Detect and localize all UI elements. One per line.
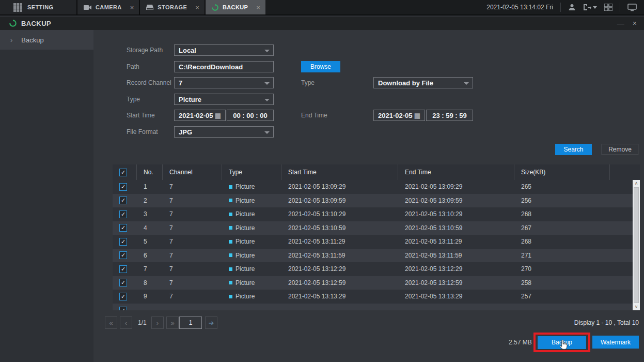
chevron-down-icon (593, 6, 597, 9)
prev-page-button[interactable]: ‹ (120, 316, 132, 329)
tab-camera-label: CAMERA (96, 4, 122, 10)
record-channel-select[interactable]: 7 (174, 77, 274, 88)
path-input[interactable] (179, 63, 269, 71)
divider (620, 3, 620, 12)
table-row[interactable]: ✓ 7 7 Picture 2021-02-05 13:12:29 2021-0… (113, 262, 640, 276)
end-time-label: End Time (301, 110, 327, 121)
minimize-icon[interactable]: — (617, 20, 624, 27)
vertical-scrollbar[interactable]: ∧ ∨ (633, 180, 640, 310)
cell-channel: 7 (163, 293, 222, 300)
results-table: ✓ No. Channel Type Start Time End Time S… (113, 164, 640, 310)
monitor-icon[interactable] (627, 4, 637, 11)
picture-type-icon (229, 185, 232, 189)
cell-size: 267 (514, 224, 610, 232)
header-channel[interactable]: Channel (163, 164, 222, 180)
end-date-picker[interactable]: 2021-02-05 ▦ (373, 110, 425, 121)
tab-storage[interactable]: STORAGE × (139, 0, 205, 14)
close-icon[interactable]: × (633, 20, 637, 27)
table-row[interactable]: ✓ 3 7 Picture 2021-02-05 13:10:29 2021-0… (113, 207, 640, 221)
page-number-input[interactable] (179, 316, 202, 329)
logout-icon[interactable] (583, 4, 597, 11)
row-checkbox[interactable]: ✓ (119, 265, 127, 273)
cell-size: 270 (514, 265, 610, 273)
close-tab-icon[interactable]: × (195, 4, 199, 11)
last-page-button[interactable]: » (166, 316, 179, 329)
table-row[interactable]: ✓ 6 7 Picture 2021-02-05 13:11:59 2021-0… (113, 249, 640, 263)
start-time-picker[interactable]: 00 : 00 : 00 (227, 110, 274, 121)
select-all-checkbox[interactable]: ✓ (119, 169, 127, 176)
header-end-time[interactable]: End Time (398, 164, 514, 180)
first-page-button[interactable]: « (105, 316, 117, 329)
cell-type: Picture (222, 183, 281, 190)
cell-start-time: 2021-02-05 13:12:59 (281, 279, 398, 286)
chevron-down-icon (464, 82, 469, 85)
end-date-value: 2021-02-05 (378, 112, 413, 119)
chevron-down-icon (264, 131, 270, 134)
browse-button[interactable]: Browse (301, 61, 340, 72)
chevron-down-icon (264, 82, 270, 85)
row-checkbox[interactable]: ✓ (119, 279, 127, 286)
file-format-select[interactable]: JPG (174, 126, 274, 138)
close-tab-icon[interactable]: × (130, 4, 134, 11)
window-titlebar: BACKUP — × (0, 17, 644, 30)
cell-no: 5 (137, 238, 163, 245)
row-checkbox[interactable]: ✓ (119, 224, 127, 232)
calendar-icon: ▦ (215, 112, 221, 119)
table-row[interactable]: ✓ 5 7 Picture 2021-02-05 13:11:29 2021-0… (113, 235, 640, 249)
backup-button[interactable]: Backup (538, 336, 586, 349)
cell-channel: 7 (163, 210, 222, 218)
main-menu-setting[interactable]: SETTING (0, 0, 76, 14)
table-row[interactable]: ✓ 4 7 Picture 2021-02-05 13:10:59 2021-0… (113, 221, 640, 235)
tab-backup[interactable]: BACKUP × (205, 0, 265, 14)
row-checkbox[interactable]: ✓ (119, 251, 127, 259)
close-tab-icon[interactable]: × (256, 4, 260, 11)
cell-no: 6 (137, 252, 163, 259)
cell-size: 258 (514, 279, 610, 286)
row-checkbox[interactable]: ✓ (119, 307, 127, 310)
cell-start-time: 2021-02-05 13:10:59 (281, 224, 398, 232)
storage-path-select[interactable]: Local (174, 44, 274, 56)
topbar-right: 2021-02-05 13:14:02 Fri (486, 0, 644, 14)
cell-no: 9 (137, 293, 163, 300)
row-checkbox[interactable]: ✓ (119, 210, 127, 218)
picture-type-icon (229, 240, 232, 244)
row-checkbox[interactable]: ✓ (119, 238, 127, 246)
row-checkbox[interactable]: ✓ (119, 293, 127, 300)
scroll-up-icon[interactable]: ∧ (635, 180, 638, 187)
scrollbar-thumb[interactable] (634, 187, 639, 303)
media-type-value: Picture (179, 96, 201, 103)
scroll-down-icon[interactable]: ∨ (635, 304, 638, 310)
search-button[interactable]: Search (555, 144, 592, 155)
table-row[interactable]: ✓ 2 7 Picture 2021-02-05 13:09:59 2021-0… (113, 194, 640, 208)
header-no[interactable]: No. (137, 164, 163, 180)
start-date-picker[interactable]: 2021-02-05 ▦ (174, 110, 226, 121)
picture-type-icon (229, 295, 232, 298)
header-start-time[interactable]: Start Time (281, 164, 398, 180)
table-row[interactable]: ✓ 8 7 Picture 2021-02-05 13:12:59 2021-0… (113, 276, 640, 290)
path-label: Path (127, 61, 139, 72)
download-type-select[interactable]: Download by File (373, 77, 473, 88)
system-datetime: 2021-02-05 13:14:02 Fri (486, 4, 553, 11)
row-checkbox[interactable]: ✓ (119, 183, 127, 191)
channel-info-icon[interactable] (604, 4, 612, 11)
go-to-page-button[interactable]: ➜ (205, 316, 217, 329)
cell-channel: 7 (163, 252, 222, 259)
media-type-select[interactable]: Picture (174, 94, 274, 105)
watermark-button[interactable]: Watermark (592, 336, 639, 349)
header-size[interactable]: Size(KB) (514, 164, 610, 180)
end-time-picker[interactable]: 23 : 59 : 59 (426, 110, 473, 121)
tab-camera[interactable]: CAMERA × (76, 0, 139, 14)
cell-channel: 7 (163, 279, 222, 286)
cell-type: Picture (222, 252, 281, 259)
row-checkbox[interactable]: ✓ (119, 197, 127, 204)
sidebar-item-backup[interactable]: › Backup (0, 30, 93, 50)
table-row[interactable]: ✓ 1 7 Picture 2021-02-05 13:09:29 2021-0… (113, 180, 640, 194)
remove-button[interactable]: Remove (602, 144, 638, 155)
header-type[interactable]: Type (222, 164, 281, 180)
record-channel-label: Record Channel (127, 77, 171, 88)
check-icon: ✓ (121, 308, 125, 310)
user-icon[interactable] (568, 4, 576, 11)
next-page-button[interactable]: › (151, 316, 164, 329)
cell-start-time: 2021-02-05 13:11:59 (281, 252, 398, 259)
table-row[interactable]: ✓ 9 7 Picture 2021-02-05 13:13:29 2021-0… (113, 290, 640, 304)
